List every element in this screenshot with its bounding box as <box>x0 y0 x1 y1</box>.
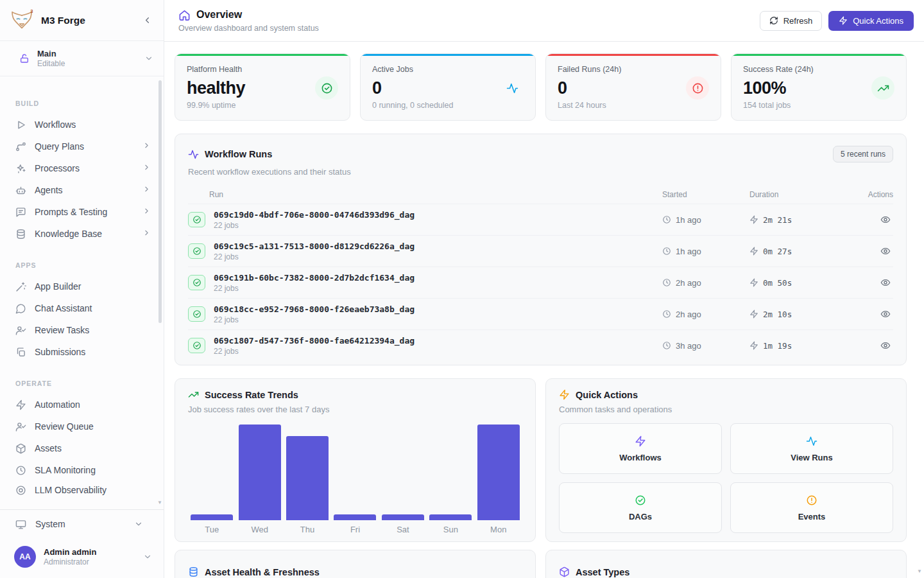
sidebar-item-processors[interactable]: Processors <box>6 157 157 179</box>
sidebar-item-app-builder[interactable]: App Builder <box>6 276 157 297</box>
sidebar-item-submissions[interactable]: Submissions <box>6 341 157 363</box>
clock-icon <box>662 341 671 350</box>
sidebar-item-knowledge-base[interactable]: Knowledge Base <box>6 223 157 245</box>
run-status-success-badge <box>188 243 205 259</box>
check-circle-icon <box>321 82 333 94</box>
check-circle-icon <box>193 310 201 319</box>
chevron-right-icon <box>142 185 151 193</box>
quick-actions-button[interactable]: Quick Actions <box>828 11 914 31</box>
eye-icon <box>880 309 891 319</box>
zap-icon <box>749 247 758 256</box>
fox-logo-icon: 3 <box>9 8 35 33</box>
sidebar-item-chat-assistant[interactable]: Chat Assistant <box>6 297 157 319</box>
app-title: M3 Forge <box>41 15 139 26</box>
view-run-button[interactable] <box>878 243 893 259</box>
workspace-name: Main <box>37 49 144 58</box>
sidebar-item-system[interactable]: System <box>0 510 164 538</box>
database-icon <box>188 566 199 577</box>
chevron-down-icon <box>143 552 152 561</box>
quick-action-dags[interactable]: DAGs <box>559 482 722 533</box>
activity-icon <box>506 82 518 94</box>
table-row[interactable]: 069c19d0-4bdf-706e-8000-04746d393d96_dag… <box>188 204 893 235</box>
accent-bar <box>175 54 350 56</box>
runs-table: Run Started Duration Actions 069c19d0-4b… <box>188 186 893 361</box>
trends-subtitle: Job success rates over the last 7 days <box>188 405 522 414</box>
chevron-right-icon <box>142 163 151 171</box>
sidebar-item-review-tasks[interactable]: Review Tasks <box>6 319 157 341</box>
quick-action-events[interactable]: Events <box>730 482 893 533</box>
sidebar-nav: BUILD Workflows Query Plans Processors A… <box>0 76 164 509</box>
view-run-button[interactable] <box>878 338 893 353</box>
run-status-success-badge <box>188 338 205 353</box>
trending-up-icon <box>877 82 889 94</box>
workflow-runs-panel: Workflow Runs 5 recent runs Recent workf… <box>175 134 907 365</box>
sidebar-item-prompts-testing[interactable]: Prompts & Testing <box>6 201 157 223</box>
clock-icon <box>662 278 671 287</box>
sidebar-item-query-plans[interactable]: Query Plans <box>6 136 157 157</box>
table-row[interactable]: 069c1807-d547-736f-8000-fae64212394a_dag… <box>188 329 893 361</box>
sidebar-item-llm-observability[interactable]: LLM Observability <box>6 481 157 496</box>
app-window: 3 M3 Forge Main Editable BUILD Workflows <box>0 0 924 578</box>
zap-icon <box>749 278 758 287</box>
refresh-icon <box>769 16 778 25</box>
bottom-row: Asset Health & Freshness Monitor the hea… <box>175 550 907 578</box>
nav-section-build: BUILD <box>6 100 157 107</box>
wand-icon <box>15 281 26 292</box>
quick-actions-title: Quick Actions <box>576 390 638 400</box>
stat-card-failed-runs: Failed Runs (24h) 0 Last 24 hours <box>545 53 721 121</box>
activity-icon <box>806 435 817 447</box>
bar-tue <box>191 514 233 520</box>
chevron-down-icon <box>134 520 143 529</box>
table-row[interactable]: 069c191b-60bc-7382-8000-2d7b2dcf1634_dag… <box>188 267 893 298</box>
user-menu[interactable]: AA Admin admin Administrator <box>0 538 164 575</box>
page-content: Platform Health healthy 99.9% uptime Act… <box>164 42 924 578</box>
clock-icon <box>662 310 671 319</box>
view-run-button[interactable] <box>878 212 893 227</box>
workspace-selector[interactable]: Main Editable <box>0 41 164 76</box>
package-icon <box>559 566 570 577</box>
page-scrollbar-arrow[interactable]: ▼ <box>917 568 922 574</box>
sidebar-item-review-queue[interactable]: Review Queue <box>6 416 157 437</box>
view-run-button[interactable] <box>878 306 893 322</box>
stat-card-active-jobs: Active Jobs 0 0 running, 0 scheduled <box>360 53 536 121</box>
alert-circle-icon <box>692 82 704 94</box>
asset-types-title: Asset Types <box>576 567 629 577</box>
accent-bar <box>361 54 535 56</box>
table-row[interactable]: 069c18cc-e952-7968-8000-f26eaeb73a8b_dag… <box>188 298 893 329</box>
eye-icon <box>880 340 891 351</box>
check-circle-icon <box>635 495 646 506</box>
chevron-right-icon <box>142 141 151 150</box>
sidebar-scrollbar-thumb[interactable] <box>158 80 162 323</box>
stats-row: Platform Health healthy 99.9% uptime Act… <box>175 53 907 121</box>
eye-icon <box>880 215 891 225</box>
view-run-button[interactable] <box>878 275 893 290</box>
sidebar-item-sla-monitoring[interactable]: SLA Monitoring <box>6 459 157 481</box>
sidebar-item-workflows[interactable]: Workflows <box>6 114 157 136</box>
message-square-icon <box>15 207 26 218</box>
lock-open-icon <box>19 53 30 64</box>
refresh-button[interactable]: Refresh <box>760 11 823 31</box>
zap-icon <box>749 341 758 350</box>
logo-row: 3 M3 Forge <box>0 0 164 41</box>
page-title: Overview <box>196 9 242 21</box>
sidebar-collapse-button[interactable] <box>139 13 155 28</box>
quick-action-view-runs[interactable]: View Runs <box>730 423 893 474</box>
chevron-right-icon <box>142 229 151 237</box>
copy-icon <box>15 347 26 358</box>
quick-actions-grid: Workflows View Runs DAGs Events <box>559 423 893 533</box>
success-rate-trends-panel: Success Rate Trends Job success rates ov… <box>175 378 536 542</box>
sidebar-footer: System AA Admin admin Administrator <box>0 509 164 578</box>
run-status-success-badge <box>188 306 205 322</box>
svg-text:3: 3 <box>30 8 33 13</box>
stat-value: 0 <box>558 78 567 98</box>
sidebar-item-agents[interactable]: Agents <box>6 179 157 201</box>
zap-icon <box>749 310 758 319</box>
sidebar-scrollbar-arrow[interactable]: ▼ <box>157 500 162 505</box>
main-area: Overview Overview dashboard and system s… <box>164 0 924 578</box>
quick-action-workflows[interactable]: Workflows <box>559 423 722 474</box>
table-row[interactable]: 069c19c5-a131-7513-8000-d8129cd6226a_dag… <box>188 235 893 267</box>
quick-actions-panel: Quick Actions Common tasks and operation… <box>545 378 907 542</box>
sidebar-item-assets[interactable]: Assets <box>6 437 157 459</box>
sidebar-item-automation[interactable]: Automation <box>6 394 157 416</box>
sidebar: 3 M3 Forge Main Editable BUILD Workflows <box>0 0 164 578</box>
